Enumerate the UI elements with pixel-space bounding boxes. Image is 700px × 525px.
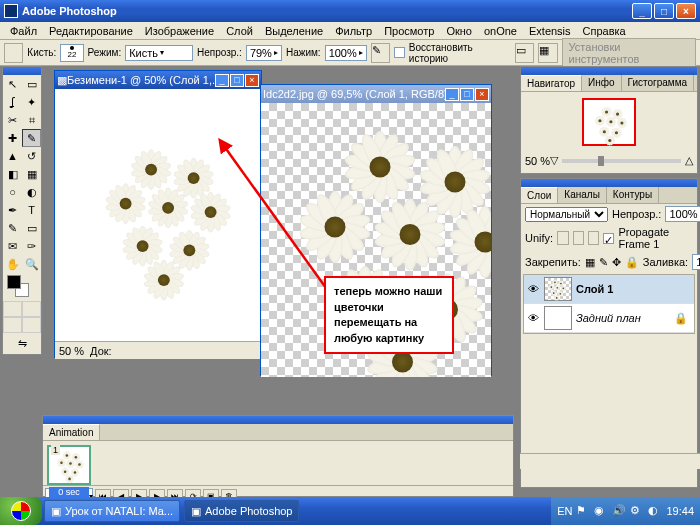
brush-preview[interactable]: 22 [60, 44, 83, 62]
flow-field[interactable]: 100%▸ [325, 45, 367, 61]
menu-onone[interactable]: onOne [478, 23, 523, 39]
workspace-button[interactable]: ▦ [538, 43, 557, 63]
standard-mode-button[interactable] [3, 301, 22, 317]
menu-file[interactable]: Файл [4, 23, 43, 39]
navigator-zoom[interactable]: 50 % [525, 155, 550, 167]
animation-frame-1[interactable]: 1 0 sec [47, 445, 91, 485]
doc2-minimize[interactable]: _ [445, 88, 459, 101]
imageready-button[interactable]: ⇋ [3, 333, 41, 354]
menu-view[interactable]: Просмотр [378, 23, 440, 39]
brush-tool[interactable]: ✎ [22, 129, 41, 147]
pen-tool[interactable]: ✎ [3, 219, 22, 237]
unify-vis-button[interactable] [573, 231, 584, 245]
crop-tool[interactable]: ✂ [3, 111, 22, 129]
tab-animation[interactable]: Animation [43, 424, 100, 440]
zoom-out-icon[interactable]: ▽ [550, 154, 558, 167]
minimize-button[interactable]: _ [632, 3, 652, 19]
palette-toggle-button[interactable]: ▭ [515, 43, 534, 63]
zoom-in-icon[interactable]: △ [685, 154, 693, 167]
tray-icon[interactable]: ⚙ [630, 504, 644, 518]
unify-style-button[interactable] [588, 231, 599, 245]
doc2-close[interactable]: × [475, 88, 489, 101]
frame-time[interactable]: 0 sec [49, 487, 89, 497]
tool-presets-label[interactable]: Установки инструментов [562, 38, 696, 68]
tray-icon[interactable]: ◐ [648, 504, 662, 518]
layer-thumb[interactable] [544, 306, 572, 330]
screen-mode-2[interactable] [22, 317, 41, 333]
eyedropper-tool[interactable]: ✑ [22, 237, 41, 255]
close-button[interactable]: × [676, 3, 696, 19]
zoom-tool[interactable]: 🔍 [22, 255, 41, 273]
doc1-minimize[interactable]: _ [215, 74, 229, 87]
layer-opacity-field[interactable]: 100%▸ [665, 206, 700, 222]
tool-preset-button[interactable] [4, 43, 23, 63]
lasso-tool[interactable]: ʆ [3, 93, 22, 111]
hand-tool[interactable]: ✋ [3, 255, 22, 273]
taskbar-item-2[interactable]: ▣Adobe Photoshop [184, 500, 299, 522]
visibility-icon[interactable]: 👁 [526, 282, 540, 296]
tab-channels[interactable]: Каналы [558, 187, 607, 203]
lock-trans-icon[interactable]: ▦ [585, 256, 595, 269]
taskbar-item-1[interactable]: ▣Урок от NATALI: Ma... [44, 500, 180, 522]
move-tool[interactable]: ↖ [3, 75, 22, 93]
navigator-thumbnail[interactable] [582, 98, 636, 146]
tab-layers[interactable]: Слои [521, 187, 558, 203]
propagate-checkbox[interactable]: ✓ [603, 233, 614, 244]
shape-tool[interactable]: ▭ [22, 219, 41, 237]
slice-tool[interactable]: ⌗ [22, 111, 41, 129]
quickmask-button[interactable] [22, 301, 41, 317]
tray-icon[interactable]: ◉ [594, 504, 608, 518]
menu-select[interactable]: Выделение [259, 23, 329, 39]
heal-tool[interactable]: ✚ [3, 129, 22, 147]
lock-paint-icon[interactable]: ✎ [599, 256, 608, 269]
clock[interactable]: 19:44 [666, 505, 694, 517]
fg-color[interactable] [7, 275, 21, 289]
visibility-icon[interactable]: 👁 [526, 311, 540, 325]
volume-icon[interactable]: 🔊 [612, 504, 626, 518]
menu-edit[interactable]: Редактирование [43, 23, 139, 39]
doc1-zoom[interactable]: 50 % [59, 345, 84, 357]
stamp-tool[interactable]: ▲ [3, 147, 22, 165]
layer-item-1[interactable]: 👁 Слой 1 [524, 275, 694, 304]
color-swatches[interactable] [3, 273, 41, 301]
gradient-tool[interactable]: ▦ [22, 165, 41, 183]
blur-tool[interactable]: ○ [3, 183, 22, 201]
marquee-tool[interactable]: ▭ [22, 75, 41, 93]
history-checkbox[interactable] [394, 47, 405, 58]
notes-tool[interactable]: ✉ [3, 237, 22, 255]
layer-name[interactable]: Задний план [576, 312, 641, 324]
menu-window[interactable]: Окно [440, 23, 478, 39]
blend-mode-dropdown[interactable]: Нормальный [525, 207, 608, 222]
screen-mode-1[interactable] [3, 317, 22, 333]
tray-icon[interactable]: ⚑ [576, 504, 590, 518]
path-tool[interactable]: ✒ [3, 201, 22, 219]
tab-navigator[interactable]: Навигатор [521, 75, 582, 91]
menu-filter[interactable]: Фильтр [329, 23, 378, 39]
doc2-maximize[interactable]: □ [460, 88, 474, 101]
maximize-button[interactable]: □ [654, 3, 674, 19]
tab-info[interactable]: Инфо [582, 75, 622, 91]
eraser-tool[interactable]: ◧ [3, 165, 22, 183]
lock-all-icon[interactable]: 🔒 [625, 256, 639, 269]
wand-tool[interactable]: ✦ [22, 93, 41, 111]
navigator-slider[interactable] [562, 159, 681, 163]
airbrush-button[interactable]: ✎ [371, 43, 390, 63]
history-brush-tool[interactable]: ↺ [22, 147, 41, 165]
start-button[interactable] [0, 497, 42, 525]
layer-name[interactable]: Слой 1 [576, 283, 613, 295]
lock-pos-icon[interactable]: ✥ [612, 256, 621, 269]
fill-field[interactable]: 100%▸ [692, 254, 700, 270]
tab-histogram[interactable]: Гистограмма [622, 75, 695, 91]
doc1-maximize[interactable]: □ [230, 74, 244, 87]
doc1-close[interactable]: × [245, 74, 259, 87]
unify-pos-button[interactable] [557, 231, 568, 245]
tab-paths[interactable]: Контуры [607, 187, 659, 203]
menu-layer[interactable]: Слой [220, 23, 259, 39]
menu-help[interactable]: Справка [577, 23, 632, 39]
layer-thumb[interactable] [544, 277, 572, 301]
menu-extensis[interactable]: Extensis [523, 23, 577, 39]
menu-image[interactable]: Изображение [139, 23, 220, 39]
lang-indicator[interactable]: EN [557, 505, 572, 517]
dodge-tool[interactable]: ◐ [22, 183, 41, 201]
type-tool[interactable]: T [22, 201, 41, 219]
